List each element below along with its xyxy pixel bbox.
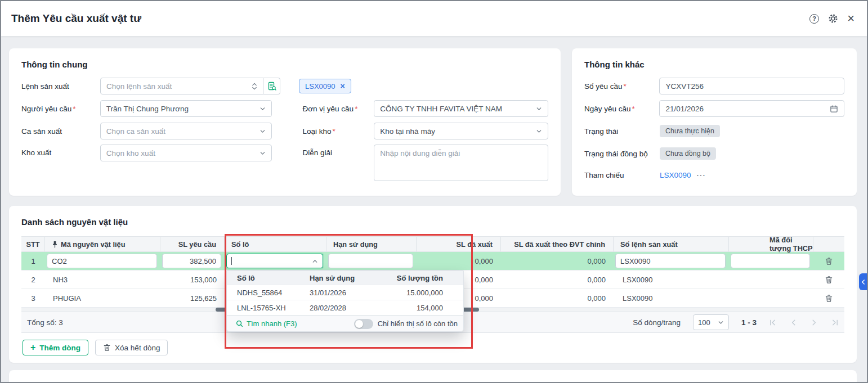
col-header-ma-nvl: Mã nguyên vật liệu (45, 237, 160, 251)
chip-label: LSX0090 (305, 82, 335, 91)
lot-option[interactable]: LNL-15765-XH 28/02/2028 154,000 (227, 300, 463, 316)
chevron-up-icon[interactable] (312, 258, 318, 264)
chip-remove-icon[interactable]: × (341, 82, 345, 91)
thcp-object-cell (729, 271, 813, 289)
chevron-down-icon (536, 106, 542, 112)
more-options-icon[interactable]: ··· (697, 171, 706, 179)
general-info-panel: Thông tin chung Lệnh sản xuất Chọn lệnh … (9, 48, 561, 196)
col-header-actions (813, 237, 844, 251)
row-index: 3 (21, 289, 45, 307)
document-search-icon (267, 82, 276, 91)
plus-icon: + (30, 343, 35, 352)
so-yeu-cau-label: Số yêu cầu* (584, 82, 659, 91)
settings-gear-icon[interactable] (828, 13, 838, 24)
loai-kho-select[interactable]: Kho tại nhà máy (374, 123, 548, 139)
toggle-knob (355, 320, 363, 328)
calendar-icon (830, 105, 838, 113)
trash-icon (825, 276, 833, 284)
first-page-icon[interactable] (769, 319, 776, 326)
material-code-cell: PHUGIA (45, 289, 160, 307)
form-row-tham-chieu: Tham chiếu LSX0090 ··· (584, 165, 844, 185)
form-row-trang-thai-dong-bo: Trạng thái đồng bộ Chưa đồng bộ (584, 142, 844, 165)
lot-number-combobox[interactable] (226, 254, 323, 268)
side-panel-toggle[interactable] (859, 273, 867, 290)
window-header: Thêm Yêu cầu xuất vật tư ? × (1, 1, 867, 36)
chevron-down-icon (259, 106, 266, 112)
so-yeu-cau-input[interactable] (659, 78, 844, 94)
nguoi-yeu-cau-select[interactable]: Trần Thị Chung Phương (100, 100, 272, 117)
nguoi-yeu-cau-label: Người yêu cầu* (21, 105, 100, 113)
col-header-han-su-dung: Hạn sử dụng (326, 237, 417, 251)
lenh-san-xuat-label: Lệnh sản xuất (21, 82, 100, 91)
row-index: 1 (21, 252, 45, 270)
prev-page-icon[interactable] (790, 319, 797, 326)
quick-search-button[interactable]: Tìm nhanh (F3) (236, 319, 297, 328)
per-page-label: Số dòng/trang (633, 318, 681, 327)
quantity-requested-input[interactable] (162, 254, 221, 268)
thcp-object-cell (729, 289, 813, 307)
popup-footer: Tìm nhanh (F3) Chỉ hiển thị số lô còn tồ… (227, 316, 463, 331)
form-row-ngay-yeu-cau: Ngày yêu cầu* 21/01/2026 (584, 97, 844, 120)
required-asterisk: * (355, 105, 357, 113)
next-page-icon[interactable] (811, 319, 818, 326)
only-in-stock-toggle[interactable] (354, 319, 373, 329)
required-asterisk: * (624, 82, 627, 91)
popup-header-row: Số lô Hạn sử dụng Số lượng tồn (227, 271, 463, 285)
popup-col-so-lo: Số lô (227, 274, 310, 282)
material-code-cell: NH3 (45, 271, 160, 289)
sort-icon (252, 83, 257, 90)
ca-san-xuat-select[interactable]: Chọn ca sản xuất (100, 123, 272, 139)
form-row-so-yeu-cau: Số yêu cầu* (584, 75, 844, 97)
required-asterisk: * (632, 105, 635, 113)
ngay-yeu-cau-datepicker[interactable]: 21/01/2026 (659, 100, 844, 117)
material-code-input[interactable] (47, 254, 157, 268)
delete-row-button[interactable] (825, 257, 833, 265)
form-row-lenh-san-xuat: Lệnh sản xuất Chọn lệnh sản xuất LSX0090… (21, 75, 548, 97)
browse-production-order-button[interactable] (263, 78, 280, 94)
delete-row-button[interactable] (825, 276, 833, 284)
ngay-yeu-cau-label: Ngày yêu cầu* (584, 105, 659, 113)
trash-icon (103, 344, 111, 352)
don-vi-yeu-cau-select[interactable]: CÔNG TY TNHH FAVITA VIỆT NAM (374, 100, 548, 117)
thcp-object-input[interactable] (731, 254, 810, 268)
table-row[interactable]: 1 0,000 0,000 (21, 252, 844, 271)
production-order-input[interactable] (615, 254, 726, 268)
total-rows-text: Tổng số: 3 (27, 318, 63, 327)
lot-dropdown-popup: Số lô Hạn sử dụng Số lượng tồn NDHS_5586… (226, 271, 464, 332)
trang-thai-label: Trạng thái (584, 127, 660, 136)
quantity-exported-main-uom-cell: 0,000 (501, 271, 614, 289)
production-order-cell: LSX0090 (614, 289, 729, 307)
production-order-cell: LSX0090 (614, 271, 729, 289)
lot-option[interactable]: NDHS_55864 31/01/2026 15.000,000 (227, 285, 463, 300)
required-asterisk: * (73, 105, 75, 113)
form-row-nguoi-yeu-cau: Người yêu cầu* Trần Thị Chung Phương Đơn… (21, 97, 548, 120)
only-in-stock-label: Chỉ hiển thị số lô còn tồn (378, 319, 458, 328)
clear-rows-button[interactable]: Xóa hết dòng (95, 340, 168, 355)
chevron-down-icon (259, 150, 266, 156)
reference-link[interactable]: LSX0090 (660, 171, 691, 179)
help-icon[interactable]: ? (809, 14, 819, 24)
loai-kho-label: Loại kho* (302, 127, 374, 136)
delete-row-button[interactable] (825, 294, 833, 303)
close-icon[interactable]: × (847, 12, 854, 25)
dien-giai-label: Diễn giải (302, 145, 374, 157)
pagination-range: 1 - 3 (741, 318, 757, 327)
search-icon (236, 320, 243, 327)
trash-icon (825, 294, 833, 303)
quantity-requested-cell: 153,000 (160, 271, 225, 289)
general-info-title: Thông tin chung (21, 60, 548, 69)
sync-status-badge: Chưa đồng bộ (660, 147, 716, 160)
lenh-san-xuat-select[interactable]: Chọn lệnh sản xuất (100, 78, 263, 94)
form-row-kho-xuat: Kho xuất Chọn kho xuất Diễn giải (21, 142, 548, 181)
expiry-date-input[interactable] (328, 254, 413, 268)
chevron-down-icon (718, 319, 724, 326)
kho-xuat-select[interactable]: Chọn kho xuất (100, 145, 272, 161)
dien-giai-textarea[interactable] (374, 145, 548, 181)
other-info-title: Thông tin khác (584, 60, 844, 69)
page-title: Thêm Yêu cầu xuất vật tư (11, 12, 141, 25)
production-order-chip[interactable]: LSX0090 × (299, 79, 351, 93)
last-page-icon[interactable] (831, 319, 839, 326)
form-row-ca-san-xuat: Ca sản xuất Chọn ca sản xuất Loại kho* K… (21, 120, 548, 142)
add-row-button[interactable]: + Thêm dòng (23, 340, 88, 355)
per-page-select[interactable]: 100 (693, 314, 729, 330)
